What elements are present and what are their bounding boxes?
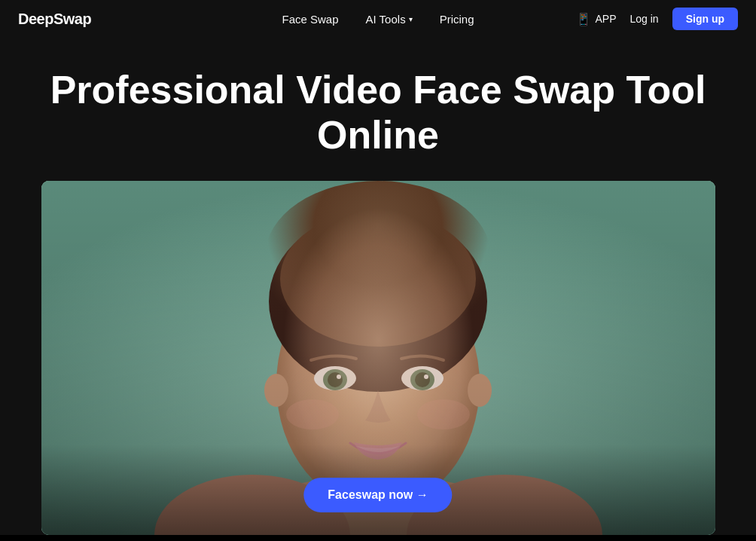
- hero-title: Professional Video Face Swap Tool Online: [39, 68, 717, 158]
- nav-right-actions: 📱 APP Log in Sign up: [576, 8, 739, 30]
- nav-face-swap[interactable]: Face Swap: [282, 13, 339, 26]
- hero-image-container: Faceswap now →: [41, 181, 715, 535]
- nav-links: Face Swap AI Tools ▾ Pricing: [282, 13, 474, 26]
- app-link[interactable]: 📱 APP: [576, 12, 617, 26]
- login-button[interactable]: Log in: [630, 13, 659, 25]
- nav-ai-tools[interactable]: AI Tools ▾: [366, 13, 413, 26]
- faceswap-now-button[interactable]: Faceswap now →: [303, 478, 452, 512]
- nav-pricing[interactable]: Pricing: [440, 13, 474, 26]
- navbar: DeepSwap Face Swap AI Tools ▾ Pricing 📱 …: [0, 0, 756, 38]
- logo[interactable]: DeepSwap: [18, 11, 91, 28]
- hero-section: Professional Video Face Swap Tool Online: [0, 38, 756, 535]
- chevron-down-icon: ▾: [409, 15, 413, 23]
- phone-icon: 📱: [576, 12, 591, 26]
- signup-button[interactable]: Sign up: [672, 8, 738, 30]
